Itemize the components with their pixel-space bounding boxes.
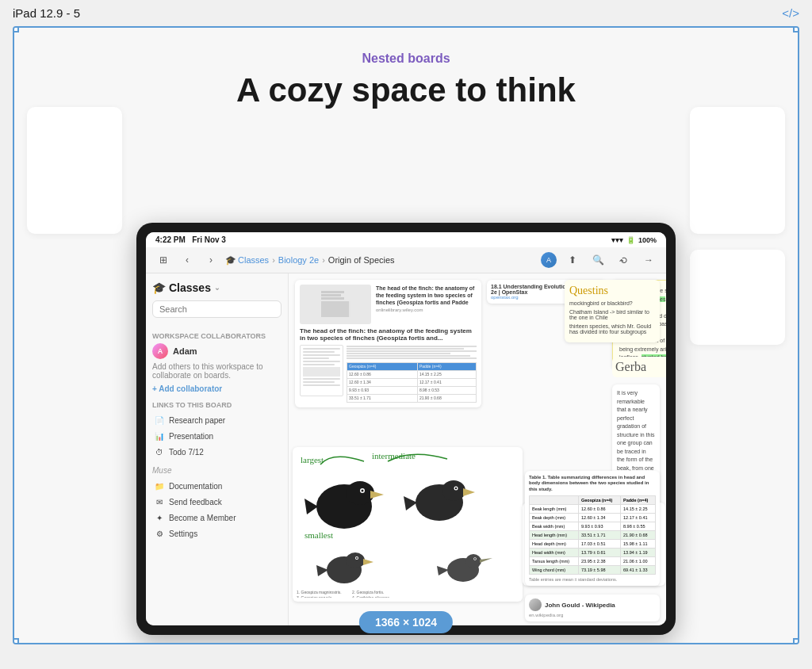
mail-icon: ✉ [154,496,165,507]
canvas-area: Nested boards A cozy space to think 4:22… [13,26,799,644]
wiki-url: en.wikipedia.org [529,613,656,617]
muse-label: Muse [152,466,282,475]
svg-point-21 [474,558,476,560]
dimension-badge: 1366 × 1024 [359,611,453,633]
birds-svg: largest intermediate smallest [293,447,519,598]
sidebar-feedback[interactable]: ✉ Send feedback [152,494,282,510]
avatar: A [152,343,168,359]
paper-page-preview [300,345,343,396]
graduation-cap-icon: 🎓 [152,281,166,294]
breadcrumb-classes[interactable]: 🎓 Classes [225,255,269,266]
bg-card-right [690,107,785,234]
marketing-label: Nested boards [54,52,758,66]
ipad-device: 4:22 PM Fri Nov 3 ▾▾▾ 🔋 100% ⊞ ‹ › 🎓 Cl [136,223,676,635]
paper-info: The head of the finch: the anatomy of th… [376,285,477,324]
nav-forward2-icon[interactable]: → [639,250,658,270]
svg-point-17 [356,557,358,559]
svg-text:2. Geospiza fortis.: 2. Geospiza fortis. [352,590,384,594]
sidebar-link-research[interactable]: 📄 Research paper [152,412,282,428]
settings-icon: ⚙ [154,528,165,539]
corner-handle-tl[interactable] [13,26,19,32]
paper-heading: The head of the finch: the anatomy of th… [300,327,477,342]
sidebar-link-todo[interactable]: ⏱ Todo 7/12 [152,444,282,460]
breadcrumb-biology[interactable]: Biology 2e [278,255,319,265]
svg-marker-10 [463,488,475,496]
status-right: ▾▾▾ 🔋 100% [611,236,657,244]
ipad-status-bar: 4:22 PM Fri Nov 3 ▾▾▾ 🔋 100% [146,232,666,247]
marketing-section: Nested boards A cozy space to think [54,52,758,109]
svg-point-14 [346,552,365,568]
ipad-nav-bar[interactable]: ⊞ ‹ › 🎓 Classes › Biology 2e › Origin of… [146,247,666,273]
bg-card-left [27,107,122,234]
member-icon: ✦ [154,512,165,523]
nav-more-icon[interactable]: ⟳ [614,250,633,270]
bg-card-right2 [690,250,785,345]
question1: mockingbird or blackbird? [569,300,655,306]
nav-back-icon[interactable]: ‹ [178,250,197,270]
paper-card[interactable]: The head of the finch: the anatomy of th… [295,280,481,407]
paper-thumbnail [300,285,371,324]
svg-text:smallest: smallest [304,530,333,540]
corner-handle-tr[interactable] [793,26,799,32]
battery-icon: 🔋 [626,236,635,244]
board-area[interactable]: The head of the finch: the anatomy of th… [289,273,666,625]
svg-point-19 [465,554,481,568]
nav-share-icon[interactable]: ⬆ [563,250,582,270]
collaborator-row: A Adam [152,343,282,359]
sidebar-member[interactable]: ✦ Become a Member [152,510,282,526]
nav-action-icons: A ⬆ 🔍 ⟳ → [541,250,658,270]
svg-point-9 [442,480,465,501]
questions-card[interactable]: Questins mockingbird or blackbird? Chath… [565,280,660,342]
ipad-screen: 4:22 PM Fri Nov 3 ▾▾▾ 🔋 100% ⊞ ‹ › 🎓 Cl [146,232,666,625]
wiki-card[interactable]: John Gould - Wikipedia en.wikipedia.org [525,594,660,621]
paper-title-small: The head of the finch: the anatomy of th… [376,285,477,306]
device-title: iPad 12.9 - 5 [13,6,80,20]
svg-marker-15 [363,559,373,565]
sidebar-title: 🎓 Classes ⌄ [152,281,282,294]
paper-body-text: Geospiza (n=4)Padde (n=4) 12.60 ± 0.8614… [347,345,477,403]
table-note: Table entries are mean ± standard deviat… [529,577,656,582]
svg-text:3. Geospiza parvula.: 3. Geospiza parvula. [297,595,333,598]
wiki-globe-icon [529,598,542,611]
svg-point-4 [346,481,374,505]
nav-breadcrumb: 🎓 Classes › Biology 2e › Origin of Speci… [225,255,536,266]
battery-percent: 100% [638,236,657,244]
nav-sidebar-icon[interactable]: ⊞ [154,250,173,270]
cursive-card[interactable]: Gerba [612,357,666,377]
nav-avatar-icon[interactable]: A [541,252,557,268]
corner-handle-bl[interactable] [13,638,19,644]
sidebar-search-input[interactable] [152,300,282,318]
docs-icon: 📁 [154,480,165,491]
svg-text:largest: largest [301,455,324,464]
collaborators-label: Workspace collaborators [152,332,282,340]
svg-point-7 [362,490,364,492]
breadcrumb-sep1: › [272,255,275,265]
sidebar-documentation[interactable]: 📁 Documentation [152,478,282,494]
top-bar: iPad 12.9 - 5 </> [0,0,812,26]
data-table-card[interactable]: Table 1. Table summarizing differences i… [525,471,660,586]
birds-card[interactable]: largest intermediate smallest [293,447,523,602]
svg-text:4. Certhidea olivacea.: 4. Certhidea olivacea. [352,595,390,598]
todo-icon: ⏱ [154,446,165,457]
svg-point-12 [455,487,457,489]
status-time: 4:22 PM Fri Nov 3 [155,235,226,244]
question2: Chatham Island -> bird similar to the on… [569,309,655,320]
code-icon[interactable]: </> [782,6,799,20]
breadcrumb-current: Origin of Species [328,255,395,265]
cursive-signature: Gerba [615,360,666,374]
dropdown-icon[interactable]: ⌄ [214,284,220,292]
paper-author: onlinelibrary.wiley.com [376,308,477,312]
nav-forward-icon[interactable]: › [201,250,220,270]
corner-handle-br[interactable] [793,638,799,644]
svg-text:1. Geospiza magnirostris.: 1. Geospiza magnirostris. [297,590,342,594]
marketing-title: A cozy space to think [54,72,758,109]
sidebar-settings[interactable]: ⚙ Settings [152,526,282,541]
add-collaborator-button[interactable]: + Add collaborator [152,384,282,393]
question3: thirteen species, which Mr. Gould has di… [569,323,655,334]
wifi-icon: ▾▾▾ [611,236,623,244]
breadcrumb-sep2: › [322,255,325,265]
nav-search-icon[interactable]: 🔍 [588,250,607,270]
presentation-icon: 📊 [154,430,165,442]
sidebar-link-presentation[interactable]: 📊 Presentation [152,428,282,444]
ipad-content: 🎓 Classes ⌄ Workspace collaborators A Ad… [146,273,666,625]
